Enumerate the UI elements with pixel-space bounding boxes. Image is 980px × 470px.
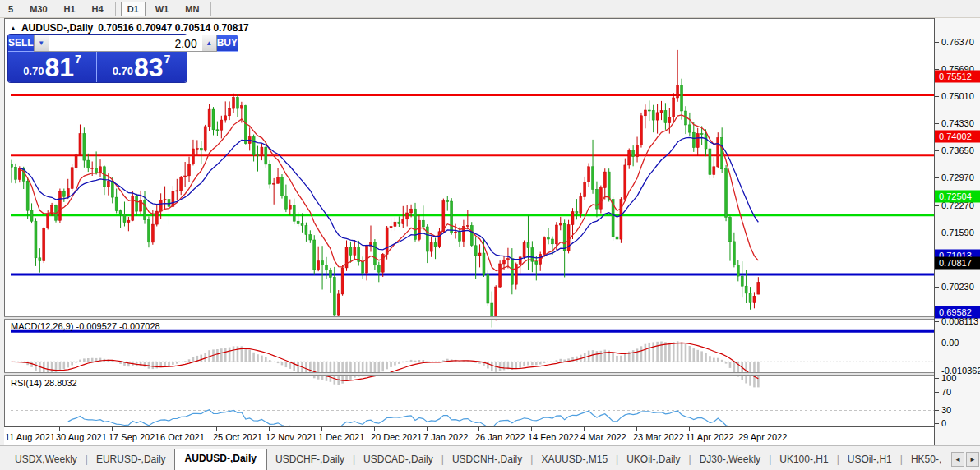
candle [515,265,517,285]
axis-tick [935,177,939,178]
candle [317,261,320,270]
candle [386,228,388,255]
chart-tab-usdchf-daily[interactable]: USDCHF-,Daily [267,450,353,470]
chart-tab-usdx-weekly[interactable]: USDX,Weekly [7,450,86,470]
candle [62,191,65,196]
chart-tab-usdcnh-daily[interactable]: USDCNH-,Daily [444,450,530,470]
sell-button[interactable]: SELL [8,35,34,52]
chart-tab-hk50-[interactable]: HK50-, [903,450,950,470]
trade-prices-row: 0.70 81 7 0.70 83 7 [8,52,187,82]
candle [592,167,594,190]
candle [381,254,384,272]
candle [58,191,61,220]
timeframe-button-mn[interactable]: MN [178,2,206,16]
candle [555,225,557,244]
chart-tab-uk100-h1[interactable]: UK100-,H1 [771,450,836,470]
candle [426,227,428,251]
tabs-scroll-left-icon[interactable]: ◄ [951,452,964,467]
candle [119,211,122,214]
price-tick-label: 0.70230 [941,282,974,292]
candle [451,201,453,233]
candle [717,138,719,167]
candle [523,242,525,256]
pane-splitter-macd[interactable] [4,316,934,320]
candle [563,223,566,251]
collapse-panel-icon[interactable]: ▲ [10,25,16,32]
candle [341,268,344,294]
candle [79,134,81,155]
candle [677,85,679,99]
timeframe-button-h1[interactable]: H1 [58,2,82,16]
candle [305,226,307,235]
sell-price-prefix: 0.70 [23,65,44,77]
candle [240,106,243,108]
candle [584,182,586,197]
date-tick [321,427,322,431]
axis-tick [935,423,939,424]
candle [176,191,178,191]
candle [474,246,477,256]
rsi-label: RSI(14) 28.8032 [11,378,77,388]
macd-indicator-canvas[interactable] [11,339,939,391]
candle [390,227,392,228]
candle [548,238,550,240]
candle [503,260,506,264]
candle [75,155,77,168]
date-tick-label: 4 Mar 2022 [580,432,626,442]
sell-price-display[interactable]: 0.70 81 7 [8,52,97,82]
axis-tick [935,321,939,322]
candle [67,189,69,197]
axis-tick [935,410,939,411]
volume-decrease-icon[interactable]: ▼ [35,35,49,51]
candle [664,111,667,123]
candle [277,177,280,183]
chart-tab-ukoil-daily[interactable]: UKOil-,Daily [618,450,688,470]
timeframe-button-5[interactable]: 5 [2,2,20,16]
timeframe-button-m30[interactable]: M30 [23,2,53,16]
candle [127,220,130,222]
candle [297,221,299,223]
date-tick [478,427,479,431]
volume-increase-icon[interactable]: ▲ [202,35,216,51]
axis-tick [935,287,939,288]
timeframe-button-h4[interactable]: H4 [86,2,110,16]
volume-input[interactable] [49,35,202,51]
buy-button[interactable]: BUY [217,35,238,52]
timeframe-button-d1[interactable]: D1 [121,2,146,16]
candle [483,253,485,275]
candle [204,127,206,150]
price-tick-label: 0.72970 [941,173,974,182]
chart-tab-audusd-daily[interactable]: AUDUSD-,Daily [174,449,267,470]
chart-symbol-header: ▲ AUDUSD-,Daily 0.70516 0.70947 0.70514 … [10,22,249,34]
price-tick-label: 0.73650 [941,145,974,155]
candle [709,149,711,175]
candle [487,275,489,303]
timeframe-button-w1[interactable]: W1 [149,2,176,16]
chart-tab-usdcad-daily[interactable]: USDCAD-,Daily [355,450,441,470]
candle [269,164,271,184]
axis-tick [935,378,939,379]
chart-tab-dj30-weekly[interactable]: DJ30-,Weekly [691,450,769,470]
price-chart-canvas[interactable] [11,38,939,335]
one-click-trading-panel: SELL ▼ ▲ BUY 0.70 81 7 0.70 83 7 [8,35,187,82]
tabs-scroll-right-icon[interactable]: ► [966,452,979,467]
candle [212,109,215,130]
candle [11,164,13,167]
mt4-window: 5M30H1H4D1W1MN 0.763700.756900.750100.74… [0,0,980,470]
chart-tab-usoil-h1[interactable]: USOil-,H1 [839,450,900,470]
candle [535,261,538,264]
timeframe-toolbar: 5M30H1H4D1W1MN [0,0,980,18]
chart-tab-eurusd-daily[interactable]: EURUSD-,Daily [88,450,174,470]
axis-tick [935,371,939,371]
chart-tab-xauusd-m15[interactable]: XAUUSD-,M15 [533,450,616,470]
candle [184,176,187,177]
candle [151,224,154,242]
candle [107,182,109,187]
buy-price-display[interactable]: 0.70 83 7 [97,52,186,82]
candle [749,293,751,303]
candle [147,220,150,242]
trade-controls-row: SELL ▼ ▲ BUY [8,35,187,52]
pane-splitter-rsi[interactable] [4,372,934,376]
candle [229,108,231,116]
candle [418,220,420,239]
